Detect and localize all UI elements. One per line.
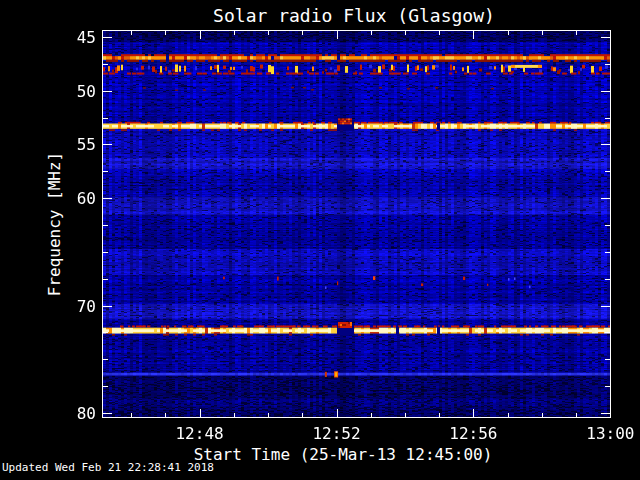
- y-tick-label: 80: [36, 405, 96, 423]
- axis-tick-labels: 45505560708012:4812:5212:5613:00: [0, 0, 640, 480]
- y-tick-label: 50: [36, 83, 96, 101]
- x-tick-label: 13:00: [570, 425, 640, 443]
- y-tick-label: 45: [36, 29, 96, 47]
- x-tick-label: 12:48: [160, 425, 240, 443]
- y-tick-label: 60: [36, 190, 96, 208]
- x-tick-label: 12:52: [297, 425, 377, 443]
- y-tick-label: 55: [36, 136, 96, 154]
- screenshot-root: { "footer": { "updated_text": "Updated W…: [0, 0, 640, 480]
- x-tick-label: 12:56: [433, 425, 513, 443]
- y-tick-label: 70: [36, 298, 96, 316]
